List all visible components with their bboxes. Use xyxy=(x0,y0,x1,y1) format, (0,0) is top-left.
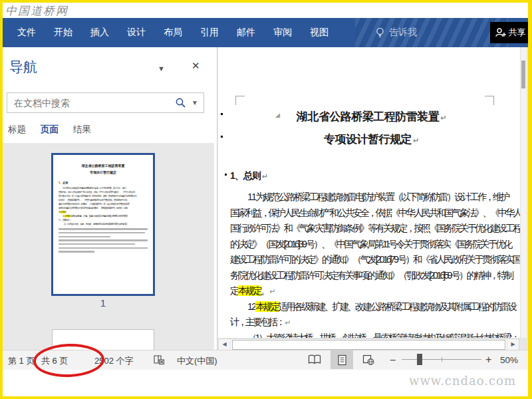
top-strip: 中国道桥网 xyxy=(3,3,528,18)
proofing-errors-icon[interactable] xyxy=(153,354,165,367)
doc-line: 湖北省公路桥梁工程防雷装置↵ xyxy=(230,108,513,131)
document-content: 湖北省公路桥梁工程防雷装置↵专项设计暂行规定↵1、总则↵1.1 为规范公路桥梁工… xyxy=(218,47,522,338)
ribbon-tabs: 文件开始插入设计布局引用邮件审阅视图 xyxy=(17,18,346,47)
ribbon-tab[interactable]: 视图 xyxy=(310,27,329,39)
word-window: 中国道桥网 文件开始插入设计布局引用邮件审阅视图 告诉我 共享 导航 ▼ xyxy=(0,0,532,399)
paragraph-mark: ↵ xyxy=(413,136,419,144)
doc-line: 1.1 为规范公路桥梁工程建筑物雷电防护装置（以下简称防雷）设计工作，维护 xyxy=(230,190,513,205)
doc-line: 国行政许可法》和《气象灾害防御条例》等有关规定，按照《国务院关于优化建设工程防雷… xyxy=(230,221,513,237)
doc-line: 建设工程防雷许可的决定》的通知》（气发[2016]79 号）和《省人民政府关于贯… xyxy=(230,252,513,268)
web-layout-button[interactable] xyxy=(362,354,374,367)
horizontal-scrollbar[interactable]: ◀ ▶ xyxy=(218,338,519,350)
thumbnail-text-bar xyxy=(59,247,148,249)
navigation-tabs: 标题页面结果 xyxy=(8,124,106,136)
vertical-scrollbar[interactable] xyxy=(520,47,527,338)
tell-me-box[interactable]: 告诉我 xyxy=(376,18,417,47)
thumbnail-text-bar xyxy=(59,239,148,241)
thumbnail-page-number: 1 xyxy=(51,297,155,309)
search-input[interactable] xyxy=(13,97,168,109)
nav-tab[interactable]: 结果 xyxy=(73,124,91,136)
site-watermark-bottom: www.cndao.com xyxy=(409,374,516,388)
navigation-pane-title: 导航 xyxy=(9,58,37,76)
zoom-out-button[interactable]: − xyxy=(390,354,396,366)
paragraph-bullet xyxy=(221,113,223,115)
zoom-slider-thumb[interactable] xyxy=(417,354,422,365)
page-thumbnail-2-partial[interactable] xyxy=(52,329,154,350)
navigation-close-icon[interactable]: ✕ xyxy=(192,60,200,72)
page-thumbnail-1[interactable]: 湖北省公路桥梁工程防雷装置↵专项设计暂行规定↵1、总则↵1.1 为规范公路桥梁工… xyxy=(51,153,155,296)
status-bar: 第 1 页 共 6 页 2502 个字 中文(中国) xyxy=(3,350,528,370)
scroll-left-icon[interactable]: ◀ xyxy=(219,339,231,350)
paragraph-mark: ↵ xyxy=(440,114,446,122)
language-indicator[interactable]: 中文(中国) xyxy=(177,355,217,367)
ribbon-tab[interactable]: 布局 xyxy=(164,27,182,39)
web-layout-icon xyxy=(362,354,374,365)
thumb-line: （1）大跨径特大桥、拱桥、斜拉桥、悬索桥等特殊结构及钢筋混凝土结构桥梁；↵ xyxy=(59,222,148,226)
navigation-options-caret-icon[interactable]: ▼ xyxy=(158,65,165,72)
doc-line: 专项设计暂行规定↵ xyxy=(230,131,513,154)
ribbon-tab[interactable]: 开始 xyxy=(54,27,72,39)
paragraph-bullet xyxy=(221,136,223,138)
lightbulb-icon xyxy=(376,27,384,39)
document-area: ◢ 湖北省公路桥梁工程防雷装置↵专项设计暂行规定↵1、总则↵1.1 为规范公路桥… xyxy=(217,47,528,350)
read-mode-icon xyxy=(308,354,321,364)
share-button[interactable]: 共享 xyxy=(490,22,528,43)
doc-line: （1）大跨径特大桥、拱桥、斜拉桥、悬索桥等特殊结构及钢筋混凝土结构桥梁；↵ xyxy=(230,331,513,338)
word-count[interactable]: 2502 个字 xyxy=(94,355,134,367)
doc-line: 1.2 本规定适用各级新建、扩建、改建公路桥梁工程建筑物及其附属工程的防雷设 xyxy=(230,299,513,315)
page-indicator[interactable]: 第 1 页 xyxy=(8,355,35,367)
doc-line: 1、总则↵ xyxy=(230,170,513,190)
thumb-line: 1、总则↵ xyxy=(59,181,148,186)
thumbnail-text-bar xyxy=(59,243,135,245)
doc-line: 计，主要包括：↵ xyxy=(230,315,513,331)
ribbon-bar: 文件开始插入设计布局引用邮件审阅视图 告诉我 共享 xyxy=(3,18,528,47)
ribbon-tab[interactable]: 审阅 xyxy=(273,27,292,39)
thumbnail-text-bar xyxy=(59,232,145,234)
thumbnails-panel: 湖北省公路桥梁工程防雷装置↵专项设计暂行规定↵1、总则↵1.1 为规范公路桥梁工… xyxy=(3,143,214,350)
ribbon-tab[interactable]: 文件 xyxy=(17,27,36,39)
document-page[interactable]: ◢ 湖北省公路桥梁工程防雷装置↵专项设计暂行规定↵1、总则↵1.1 为规范公路桥… xyxy=(218,47,522,338)
read-mode-button[interactable] xyxy=(308,354,321,366)
paragraph-mark: ↵ xyxy=(285,319,291,327)
share-label: 共享 xyxy=(509,27,526,39)
ribbon-tab[interactable]: 引用 xyxy=(200,27,219,39)
paragraph-bullet xyxy=(225,174,227,176)
ribbon-tab[interactable]: 邮件 xyxy=(237,27,255,39)
paragraph-mark: ↵ xyxy=(262,172,268,180)
print-layout-icon xyxy=(337,354,347,366)
tell-me-label: 告诉我 xyxy=(389,27,417,39)
thumbnail-text-bar xyxy=(59,228,148,230)
zoom-slider-center-tick xyxy=(442,357,442,362)
thumb-line: 湖北省公路桥梁工程防雷装置↵ xyxy=(59,163,148,170)
zoom-level[interactable]: 50% xyxy=(500,355,518,365)
scroll-right-icon[interactable]: ▶ xyxy=(507,339,519,350)
horizontal-scrollbar-thumb[interactable] xyxy=(232,340,505,350)
paragraph-mark: ↵ xyxy=(270,287,276,295)
print-layout-button[interactable] xyxy=(331,350,353,369)
nav-tab[interactable]: 标题 xyxy=(8,124,26,136)
page-thumbnail-content: 湖北省公路桥梁工程防雷装置↵专项设计暂行规定↵1、总则↵1.1 为规范公路桥梁工… xyxy=(59,163,148,255)
doc-line: 国家利益，保护人民生命财产和公共安全，依据《中华人民共和国气象法》、《中华人民共… xyxy=(230,205,513,221)
thumb-line: 专项设计暂行规定↵ xyxy=(59,170,148,176)
ribbon-tab[interactable]: 设计 xyxy=(127,27,146,39)
doc-line: 定本规定。↵ xyxy=(230,283,513,299)
document-search-box[interactable]: ▼ xyxy=(7,92,204,113)
ribbon-tab[interactable]: 插入 xyxy=(90,27,109,39)
nav-tab[interactable]: 页面 xyxy=(41,124,59,136)
share-person-icon xyxy=(495,27,506,38)
search-icon[interactable] xyxy=(175,97,186,108)
thumbnail-text-bar xyxy=(59,236,110,238)
zoom-in-button[interactable]: + xyxy=(485,354,491,366)
footer-strip: www.cndao.com xyxy=(3,370,528,396)
thumbnail-text-bar xyxy=(59,251,94,253)
vertical-scrollbar-thumb[interactable] xyxy=(521,61,525,88)
doc-line: 的决定》（国发[2016]39 号）、《中国气象局第11号令关于贯彻落实《国务院… xyxy=(230,237,513,253)
search-options-caret-icon[interactable]: ▼ xyxy=(192,99,198,106)
doc-line: 务院优化建设工程防雷许可决定有关事项的通知》（鄂政发[2016]59 号）的精神… xyxy=(230,268,513,284)
navigation-pane: 导航 ▼ ✕ ▼ 标题页面结果 湖北省公路桥梁工程防雷装置↵专项设计暂行规定↵1… xyxy=(3,47,217,350)
total-pages-indicator[interactable]: 共 6 页 xyxy=(41,355,68,367)
site-watermark-top: 中国道桥网 xyxy=(5,3,68,19)
